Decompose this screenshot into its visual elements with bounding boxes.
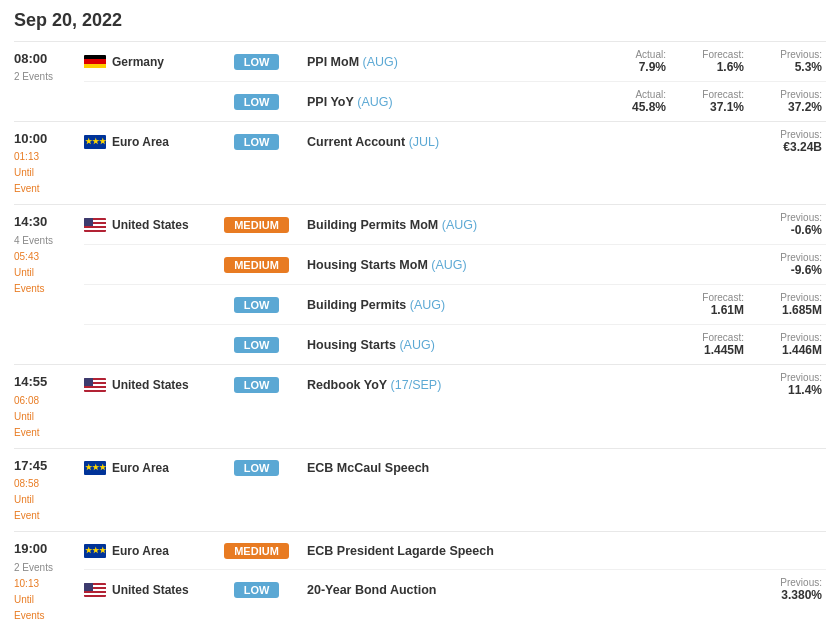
importance-badge: LOW (234, 582, 280, 598)
previous-value: -9.6% (752, 263, 822, 277)
importance-badge: MEDIUM (224, 217, 289, 233)
forecast-cell: Forecast:1.445M (670, 332, 748, 357)
event-period: (AUG) (431, 258, 466, 272)
event-name: Housing Starts MoM (307, 258, 428, 272)
country-cell: United States (84, 583, 214, 597)
previous-value: 1.685M (752, 303, 822, 317)
time-cell: 10:0001:13UntilEvent (14, 122, 84, 204)
event-name: Current Account (307, 135, 405, 149)
time-group: 14:5506:08UntilEvent United StatesLOWRed… (14, 364, 826, 447)
time-cell: 08:002 Events (14, 42, 84, 121)
events-column: ★★★Euro AreaLOWECB McCaul Speech (84, 449, 826, 531)
event-row: ★★★Euro AreaLOWECB McCaul Speech (84, 449, 826, 487)
event-name-cell[interactable]: Building Permits MoM (AUG) (299, 218, 748, 232)
event-name: 20-Year Bond Auction (307, 583, 436, 597)
event-period: (JUL) (409, 135, 440, 149)
event-name-cell[interactable]: ECB President Lagarde Speech (299, 544, 826, 558)
previous-cell: Previous:37.2% (748, 89, 826, 114)
time-cell: 14:304 Events05:43UntilEvents (14, 205, 84, 364)
event-row: United StatesLOWRedbook YoY (17/SEP)Prev… (84, 365, 826, 404)
event-row: ★★★Euro AreaMEDIUMECB President Lagarde … (84, 532, 826, 570)
event-name-cell[interactable]: Redbook YoY (17/SEP) (299, 378, 748, 392)
badge-cell: LOW (214, 582, 299, 598)
forecast-value: 37.1% (674, 100, 744, 114)
importance-badge: LOW (234, 460, 280, 476)
time-group: 14:304 Events05:43UntilEvents United Sta… (14, 204, 826, 364)
event-row: United StatesLOW20-Year Bond AuctionPrev… (84, 570, 826, 609)
data-cells: Previous:€3.24B (748, 129, 826, 154)
badge-cell: LOW (214, 134, 299, 150)
event-period: (AUG) (442, 218, 477, 232)
event-row: United StatesMEDIUMBuilding Permits MoM … (84, 205, 826, 245)
events-column: GermanyLOWPPI MoM (AUG)Actual:7.9%Foreca… (84, 42, 826, 121)
previous-cell: Previous:1.446M (748, 332, 826, 357)
previous-label: Previous: (752, 372, 822, 383)
event-period: (AUG) (363, 55, 398, 69)
actual-value: 45.8% (596, 100, 666, 114)
actual-label: Actual: (596, 49, 666, 60)
forecast-cell: Forecast:1.6% (670, 49, 748, 74)
badge-cell: LOW (214, 377, 299, 393)
events-column: ★★★Euro AreaMEDIUMECB President Lagarde … (84, 532, 826, 630)
importance-badge: LOW (234, 297, 280, 313)
country-cell: ★★★Euro Area (84, 544, 214, 558)
data-cells: Previous:11.4% (748, 372, 826, 397)
events-column: United StatesMEDIUMBuilding Permits MoM … (84, 205, 826, 364)
event-row: ★★★Euro AreaLOWCurrent Account (JUL)Prev… (84, 122, 826, 161)
event-name-cell[interactable]: Housing Starts (AUG) (299, 338, 670, 352)
event-name: ECB McCaul Speech (307, 461, 429, 475)
event-name: Housing Starts (307, 338, 396, 352)
previous-label: Previous: (752, 292, 822, 303)
previous-value: €3.24B (752, 140, 822, 154)
event-name-cell[interactable]: Building Permits (AUG) (299, 298, 670, 312)
data-cells: Previous:-0.6% (748, 212, 826, 237)
previous-value: 37.2% (752, 100, 822, 114)
importance-badge: MEDIUM (224, 543, 289, 559)
time-group: 08:002 Events GermanyLOWPPI MoM (AUG)Act… (14, 41, 826, 121)
event-period: (AUG) (357, 95, 392, 109)
time-cell: 17:4508:58UntilEvent (14, 449, 84, 531)
previous-label: Previous: (752, 332, 822, 343)
event-name-cell[interactable]: ECB McCaul Speech (299, 461, 826, 475)
event-row: LOWHousing Starts (AUG)Forecast:1.445MPr… (84, 325, 826, 364)
event-name: PPI YoY (307, 95, 354, 109)
event-period: (AUG) (399, 338, 434, 352)
country-name: Euro Area (112, 461, 169, 475)
forecast-value: 1.61M (674, 303, 744, 317)
forecast-cell: Forecast:37.1% (670, 89, 748, 114)
data-cells: Forecast:1.445MPrevious:1.446M (670, 332, 826, 357)
previous-label: Previous: (752, 212, 822, 223)
data-cells: Actual:45.8%Forecast:37.1%Previous:37.2% (592, 89, 826, 114)
previous-cell: Previous:€3.24B (748, 129, 826, 154)
country-name: United States (112, 378, 189, 392)
event-name: PPI MoM (307, 55, 359, 69)
event-name-cell[interactable]: Housing Starts MoM (AUG) (299, 258, 748, 272)
event-name: Redbook YoY (307, 378, 387, 392)
previous-value: -0.6% (752, 223, 822, 237)
badge-cell: LOW (214, 54, 299, 70)
previous-cell: Previous:3.380% (748, 577, 826, 602)
event-name: ECB President Lagarde Speech (307, 544, 494, 558)
event-name-cell[interactable]: Current Account (JUL) (299, 135, 748, 149)
page-title: Sep 20, 2022 (14, 10, 826, 31)
previous-label: Previous: (752, 252, 822, 263)
badge-cell: LOW (214, 94, 299, 110)
events-column: ★★★Euro AreaLOWCurrent Account (JUL)Prev… (84, 122, 826, 204)
badge-cell: MEDIUM (214, 257, 299, 273)
event-name-cell[interactable]: 20-Year Bond Auction (299, 583, 748, 597)
event-name-cell[interactable]: PPI MoM (AUG) (299, 55, 592, 69)
previous-value: 1.446M (752, 343, 822, 357)
previous-cell: Previous:-0.6% (748, 212, 826, 237)
badge-cell: MEDIUM (214, 217, 299, 233)
country-cell: ★★★Euro Area (84, 135, 214, 149)
time-group: 17:4508:58UntilEvent★★★Euro AreaLOWECB M… (14, 448, 826, 531)
event-name: Building Permits (307, 298, 406, 312)
importance-badge: LOW (234, 377, 280, 393)
time-cell: 19:002 Events10:13UntilEvents (14, 532, 84, 630)
data-cells: Forecast:1.61MPrevious:1.685M (670, 292, 826, 317)
importance-badge: LOW (234, 54, 280, 70)
data-cells: Previous:-9.6% (748, 252, 826, 277)
event-name-cell[interactable]: PPI YoY (AUG) (299, 95, 592, 109)
previous-label: Previous: (752, 129, 822, 140)
importance-badge: MEDIUM (224, 257, 289, 273)
